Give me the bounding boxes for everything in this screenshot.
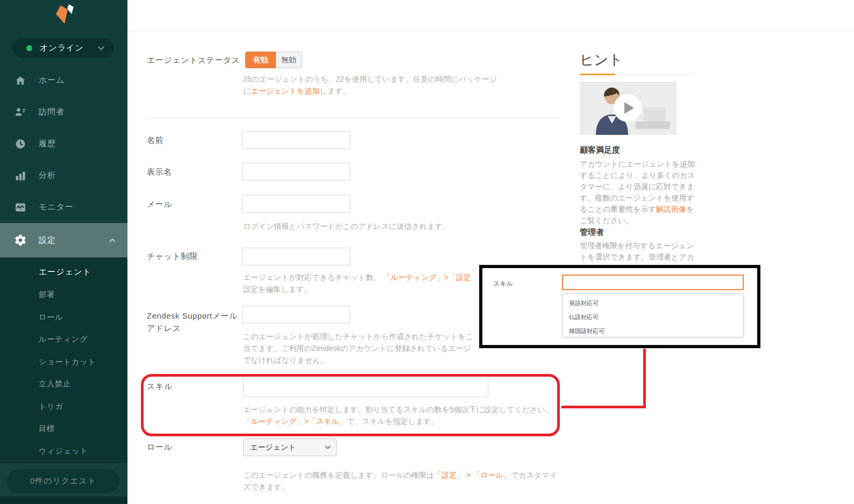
agent-status-toggle: 有効 無効 [245, 52, 302, 68]
skill-option-french[interactable]: 仏語対応可 [563, 310, 743, 324]
sidebar-item-label: 訪問者 [39, 107, 65, 117]
email-label: メール [147, 199, 172, 210]
sidebar-item-label: 履歴 [39, 139, 56, 149]
zendesk-email-help-line2: 当てます。ご利用のZendeskのアカウントに登録されているエージ [243, 342, 471, 354]
chat-limit-help-line1: エージェントが対応できるチャット数。 「ルーティング」>「設定 [243, 271, 471, 283]
chevron-up-icon [109, 238, 116, 243]
page-header [127, 0, 854, 31]
annotation-connector-vertical [643, 349, 646, 407]
chat-limit-label: チャット制限 [147, 251, 197, 262]
role-help-line1: このエージェントの職務を定義します。ロールの権限は「設定」 > 「ロール」でカス… [243, 469, 557, 481]
annotation-connector-horizontal [561, 406, 646, 408]
zendesk-email-help-line1: このエージェントが処理したチャットから作成されたチケットをこ [243, 330, 473, 342]
hint-divider-accent [580, 74, 615, 75]
sidebar-item-banned[interactable]: 立入禁止 [0, 376, 127, 391]
online-status-label: オンライン [40, 43, 84, 53]
sidebar-item-shortcuts[interactable]: ショートカット [0, 354, 127, 369]
skill-option-korean[interactable]: 韓国語対応可 [563, 324, 743, 338]
chat-limit-help-line2: 設定を編集します。 [243, 283, 311, 295]
role-select[interactable]: エージェント [243, 438, 337, 456]
display-name-label: 表示名 [147, 167, 172, 177]
skills-label: スキル [147, 381, 173, 392]
sidebar: オンライン ホーム 訪問者 履歴 分析 [0, 0, 127, 504]
sidebar-item-label: 設定 [39, 235, 56, 246]
section-divider [146, 118, 560, 119]
agent-status-pill[interactable]: オンライン [12, 38, 114, 58]
status-disabled-button[interactable]: 無効 [276, 52, 302, 68]
email-help: ログイン情報とパスワードがこのアドレスに送信されます。 [243, 220, 450, 232]
role-label: ロール [147, 442, 172, 452]
zendesk-chat-logo-icon [52, 2, 75, 27]
agent-status-help-line2: にエージェントを追加します。 [243, 85, 350, 97]
play-button-icon[interactable] [614, 94, 642, 122]
status-enabled-button[interactable]: 有効 [245, 52, 276, 68]
sidebar-item-widgets[interactable]: ウィジェット [0, 443, 127, 458]
sidebar-item-label: 分析 [39, 170, 56, 181]
visitors-icon [14, 106, 27, 119]
online-dot-icon [26, 45, 32, 51]
sidebar-item-label: モニター [39, 202, 74, 212]
sidebar-item-roles[interactable]: ロール [0, 309, 127, 325]
sidebar-item-monitor[interactable]: モニター [0, 191, 127, 223]
settings-submenu: エージェント 部署 ロール ルーティング ショートカット 立入禁止 トリガ 目標… [0, 257, 127, 463]
skills-help-line2: 「ルーティング」>「スキル」で、スキルを指定します。 [243, 415, 438, 427]
inset-skills-label: スキル [493, 279, 513, 289]
agent-status-label: エージェントステータス [147, 55, 240, 66]
add-agent-link[interactable]: エージェントを追加 [251, 87, 319, 95]
role-help-line2: ズできます。 [243, 481, 289, 493]
settings-link[interactable]: 「設定」 [434, 471, 464, 479]
name-label: 名前 [147, 135, 163, 146]
sidebar-item-visitors[interactable]: 訪問者 [0, 96, 127, 128]
sidebar-bottom-strip [0, 496, 127, 504]
settings-gear-icon [14, 234, 27, 247]
skills-dropdown: 英語対応可 仏語対応可 韓国語対応可 [562, 293, 744, 337]
routing-skills-link[interactable]: 「ルーティング」>「スキル」 [243, 417, 347, 426]
display-name-input[interactable] [242, 163, 350, 181]
sidebar-item-home[interactable]: ホーム [0, 64, 127, 96]
chevron-down-icon [325, 445, 331, 449]
sidebar-item-departments[interactable]: 部署 [0, 287, 127, 302]
sidebar-item-analytics[interactable]: 分析 [0, 160, 127, 191]
zendesk-email-input[interactable] [242, 306, 350, 323]
sidebar-item-triggers[interactable]: トリガ [0, 399, 127, 414]
explainer-image-link[interactable]: 解説画像 [656, 205, 686, 213]
chat-limit-input[interactable] [242, 248, 350, 265]
routing-settings-link[interactable]: 「ルーティング」>「設定 [383, 273, 471, 282]
hint-title: ヒント [580, 51, 623, 69]
sidebar-item-history[interactable]: 履歴 [0, 128, 127, 160]
name-input[interactable] [242, 131, 350, 149]
monitor-icon [14, 201, 27, 214]
history-icon [14, 138, 27, 150]
sidebar-item-label: ホーム [39, 75, 65, 85]
sidebar-item-settings[interactable]: 設定 [0, 223, 127, 257]
analytics-icon [14, 169, 27, 182]
chevron-down-icon [98, 46, 104, 51]
agent-status-help-line1: 25のエージェントのうち、22を使用しています。任意の時間にパッケージ [243, 73, 497, 85]
zendesk-email-help-line3: でなければなりません。 [243, 354, 328, 366]
hint-admin-paragraph: 管理者権限を付与するエージェン トを選択できます。管理者とアカ [580, 240, 699, 263]
inset-skills-input[interactable] [562, 275, 744, 290]
skills-input[interactable] [243, 378, 488, 397]
hint-admin-heading: 管理者 [580, 227, 604, 237]
sidebar-item-agents[interactable]: エージェント [0, 264, 127, 279]
roles-link[interactable]: 「ロール」 [473, 471, 511, 479]
home-icon [14, 74, 27, 87]
role-select-value: エージェント [250, 443, 296, 452]
email-input[interactable] [242, 195, 350, 213]
hint-satisfaction-paragraph: アカウントにエージェントを追加 することにより、より多くのカス タマーに、より迅… [580, 159, 699, 226]
requests-pill[interactable]: 0件のリクエスト [7, 469, 119, 493]
sidebar-item-routing[interactable]: ルーティング [0, 332, 127, 347]
sidebar-item-goals[interactable]: 目標 [0, 421, 127, 436]
skill-option-english[interactable]: 英語対応可 [563, 296, 743, 310]
zendesk-email-label: Zendesk Supportメールアドレス [147, 309, 239, 334]
hint-satisfaction-heading: 顧客満足度 [580, 145, 620, 155]
skills-help-line1: エージェントの能力を特定します。割り当てるスキルの数を5個以下に設定してください… [243, 404, 553, 415]
skills-zoom-callout: スキル 英語対応可 仏語対応可 韓国語対応可 [479, 265, 760, 348]
